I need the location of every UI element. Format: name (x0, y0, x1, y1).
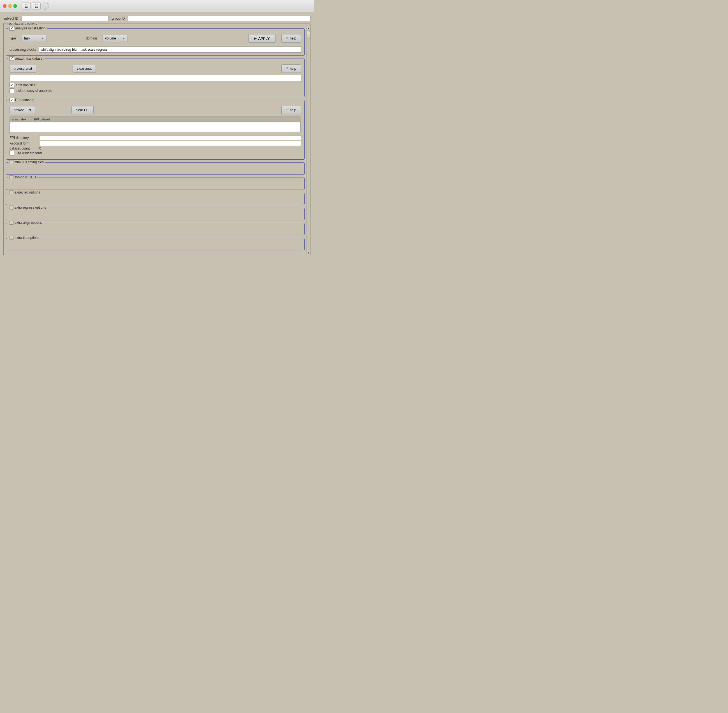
analysis-help-button[interactable]: ? help (281, 34, 301, 43)
copy-anat-label: include copy of anat+tlrc (16, 89, 52, 93)
dataset-count-row: dataset count 0 (9, 146, 301, 151)
processing-label: processing blocks (9, 48, 36, 52)
processing-row: processing blocks (9, 46, 301, 53)
scrollbar: ▲ ▼ (306, 27, 310, 255)
epi-help-icon: ? (286, 108, 289, 112)
use-wildcard-row: use wildcard form (9, 151, 301, 155)
epi-btn-row: browse EPI clear EPI ? help (9, 106, 301, 114)
epi-datasets-section: EPI datasets browse EPI clear EPI ? help (6, 100, 305, 160)
anat-btn-row: browse anat clear anat ? help (9, 64, 301, 73)
type-label: type (9, 36, 16, 40)
processing-input[interactable] (39, 46, 301, 53)
anat-dataset-header: anatomical dataset (8, 56, 45, 61)
scroll-up-arrow[interactable]: ▲ (306, 27, 310, 31)
scroll-inner: analysis initialization type task ▼ doma… (4, 27, 306, 255)
document-button[interactable]: ☷ (22, 3, 31, 10)
close-button[interactable] (3, 4, 6, 8)
wildcard-label: wildcard form (9, 142, 37, 145)
copy-button[interactable]: ☷ (32, 3, 40, 10)
stimulus-timing-checkbox[interactable] (9, 160, 13, 164)
col-epi-dataset: EPI dataset (34, 118, 50, 121)
analysis-init-title: analysis initialization (15, 27, 46, 30)
symbolic-glts-title: symbolic GLTs (15, 175, 36, 179)
extra-regress-section: extra regress options (6, 208, 305, 220)
anat-dataset-title: anatomical dataset (15, 57, 43, 61)
extra-tlrc-checkbox[interactable] (9, 236, 13, 240)
copy-anat-checkbox[interactable] (9, 88, 14, 93)
anat-help-button[interactable]: ? help (281, 64, 301, 73)
symbolic-glts-checkbox[interactable] (9, 175, 13, 179)
type-domain-row: type task ▼ domain volume ▼ ▶ APPLY (9, 34, 301, 43)
type-dropdown-arrow: ▼ (42, 37, 44, 40)
maximize-button[interactable] (13, 4, 17, 8)
extra-tlrc-section: extra tlrc options (6, 238, 305, 251)
analysis-init-checkbox[interactable] (9, 27, 14, 31)
epi-meta: EPI directory wildcard form dataset coun… (9, 135, 301, 157)
outer-section-title: input data and options (6, 22, 38, 25)
analysis-init-section: analysis initialization type task ▼ doma… (6, 28, 305, 56)
wildcard-row: wildcard form (9, 141, 301, 146)
epi-directory-label: EPI directory (9, 136, 37, 140)
extra-align-section: extra align options (6, 223, 305, 235)
extra-align-checkbox[interactable] (9, 221, 13, 225)
copy-icon: ☷ (34, 4, 38, 8)
epi-directory-row: EPI directory (9, 135, 301, 140)
copy-anat-row: include copy of anat+tlrc (9, 88, 301, 93)
apply-label: APPLY (259, 36, 270, 40)
epi-help-button[interactable]: ? help (281, 106, 301, 114)
outer-section: input data and options analysis initiali… (3, 24, 311, 255)
anat-path-input[interactable] (9, 75, 301, 81)
extra-align-title: extra align options (15, 221, 42, 225)
epi-help-label: help (290, 108, 296, 112)
subject-label: subject ID (3, 16, 18, 21)
anat-help-label: help (290, 67, 296, 70)
anat-skull-label: anat has skull (16, 83, 36, 87)
epi-datasets-header: EPI datasets (8, 98, 35, 102)
clear-epi-button[interactable]: clear EPI (72, 106, 94, 114)
scroll-down-arrow[interactable]: ▼ (306, 251, 310, 255)
minimize-button[interactable] (8, 4, 12, 8)
symbolic-glts-section: symbolic GLTs (6, 178, 305, 190)
epi-datasets-checkbox[interactable] (9, 98, 14, 102)
epi-directory-input[interactable] (39, 135, 301, 140)
expected-options-section: expected options (6, 193, 305, 205)
type-dropdown[interactable]: task ▼ (22, 35, 47, 42)
epi-table: scan index EPI dataset (9, 116, 301, 134)
type-value: task (24, 36, 30, 40)
use-wildcard-label: use wildcard form (16, 151, 42, 155)
domain-dropdown[interactable]: volume ▼ (103, 35, 128, 42)
group-input[interactable] (128, 16, 311, 21)
extra-regress-title: extra regress options (15, 206, 46, 209)
browse-epi-button[interactable]: browse EPI (9, 106, 35, 114)
domain-value: volume (105, 36, 116, 40)
analysis-init-header: analysis initialization (8, 27, 47, 31)
main-content: subject ID group ID input data and optio… (0, 12, 314, 257)
scroll-thumb[interactable] (307, 31, 310, 39)
anat-dataset-section: anatomical dataset browse anat clear ana… (6, 58, 305, 97)
use-wildcard-checkbox[interactable] (9, 151, 14, 155)
extra-regress-checkbox[interactable] (9, 206, 13, 209)
stimulus-timing-title: stimulus timing files (15, 160, 44, 164)
clear-anat-button[interactable]: clear anat (73, 65, 96, 73)
symbolic-glts-header: symbolic GLTs (8, 175, 37, 179)
subject-input[interactable] (22, 16, 108, 21)
apply-button[interactable]: ▶ APPLY (248, 34, 276, 43)
expected-options-title: expected options (15, 191, 40, 194)
expected-options-checkbox[interactable] (9, 191, 13, 194)
group-label: group ID (112, 16, 125, 21)
anat-help-icon: ? (286, 66, 289, 71)
document-icon: ☷ (24, 4, 28, 8)
extra-regress-header: extra regress options (8, 206, 47, 209)
help-icon: ? (286, 36, 289, 40)
domain-dropdown-arrow: ▼ (123, 37, 125, 40)
epi-table-body (10, 122, 300, 132)
anat-dataset-checkbox[interactable] (9, 56, 14, 61)
epi-table-header: scan index EPI dataset (10, 117, 300, 122)
domain-label: domain (86, 36, 97, 40)
titlebar: ☷ ☷ (0, 0, 314, 12)
browse-anat-button[interactable]: browse anat (9, 65, 36, 73)
anat-skull-checkbox[interactable] (9, 83, 14, 87)
play-icon: ▶ (254, 36, 257, 40)
traffic-lights (3, 4, 17, 8)
wildcard-input[interactable] (39, 141, 301, 146)
